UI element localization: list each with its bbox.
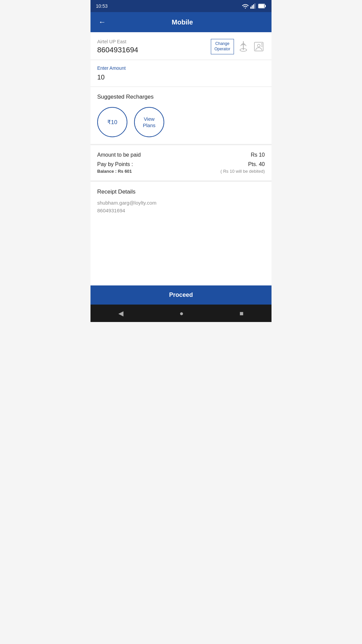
main-content: Airtel UP East 8604931694 ChangeOperator	[90, 32, 272, 285]
page-title: Mobile	[115, 18, 249, 26]
points-right: Pts. 40 ( Rs 10 will be debited)	[221, 161, 265, 174]
amount-section: Enter Amount 10	[90, 60, 272, 87]
receipt-section: Receipt Details shubham.garg@loylty.com …	[90, 182, 272, 220]
svg-rect-1	[252, 5, 253, 9]
recharge-chips: ₹10 ViewPlans	[97, 107, 265, 137]
points-left: Pay by Points : Balance : Rs 601	[97, 161, 133, 174]
change-operator-button[interactable]: ChangeOperator	[211, 39, 234, 54]
back-button[interactable]: ←	[96, 15, 109, 29]
wifi-icon	[242, 3, 249, 9]
amount-to-pay-row: Amount to be paid Rs 10	[97, 152, 265, 158]
pay-by-points-row: Pay by Points : Balance : Rs 601 Pts. 40…	[97, 161, 265, 174]
svg-rect-0	[250, 7, 251, 9]
svg-rect-2	[253, 4, 254, 9]
status-icons	[242, 3, 266, 9]
nav-home-button[interactable]: ●	[179, 310, 183, 317]
phone-number: 8604931694	[97, 46, 138, 54]
debit-note: ( Rs 10 will be debited)	[221, 169, 265, 174]
view-plans-chip[interactable]: ViewPlans	[134, 107, 164, 137]
signal-icon	[250, 3, 256, 9]
signal-icon-button[interactable]	[237, 41, 249, 53]
receipt-email: shubham.garg@loylty.com	[97, 200, 265, 206]
balance-label: Balance : Rs 601	[97, 169, 133, 174]
svg-rect-6	[259, 4, 264, 8]
action-icons: ChangeOperator	[211, 39, 265, 54]
payment-section: Amount to be paid Rs 10 Pay by Points : …	[90, 145, 272, 182]
receipt-phone: 8604931694	[97, 208, 265, 213]
operator-name: Airtel UP East	[97, 39, 138, 44]
proceed-button[interactable]: Proceed	[90, 285, 272, 305]
battery-icon	[258, 4, 266, 8]
nav-back-button[interactable]: ◀	[118, 309, 123, 317]
nav-recent-button[interactable]: ■	[239, 310, 243, 317]
phone-details: Airtel UP East 8604931694	[97, 39, 138, 54]
suggested-recharges-title: Suggested Recharges	[97, 94, 265, 100]
amount-label: Enter Amount	[97, 65, 265, 71]
recharge-chip-10-label: ₹10	[107, 119, 117, 126]
view-plans-label: ViewPlans	[143, 116, 156, 129]
amount-to-pay-label: Amount to be paid	[97, 152, 141, 158]
points-value: Pts. 40	[248, 161, 265, 167]
amount-value[interactable]: 10	[97, 73, 265, 81]
app-header: ← Mobile	[90, 12, 272, 32]
amount-to-pay-value: Rs 10	[251, 152, 265, 158]
contact-icon-button[interactable]	[253, 41, 265, 53]
bottom-navigation: ◀ ● ■	[90, 305, 272, 322]
svg-point-10	[257, 44, 260, 47]
phone-info-section: Airtel UP East 8604931694 ChangeOperator	[90, 32, 272, 60]
pay-by-points-label: Pay by Points :	[97, 161, 133, 167]
svg-rect-3	[254, 3, 255, 9]
status-bar: 10:53	[90, 0, 272, 12]
status-time: 10:53	[96, 3, 108, 9]
suggested-recharges-section: Suggested Recharges ₹10 ViewPlans	[90, 87, 272, 145]
svg-rect-5	[265, 5, 266, 7]
receipt-title: Receipt Details	[97, 189, 265, 195]
recharge-chip-10[interactable]: ₹10	[97, 107, 127, 137]
